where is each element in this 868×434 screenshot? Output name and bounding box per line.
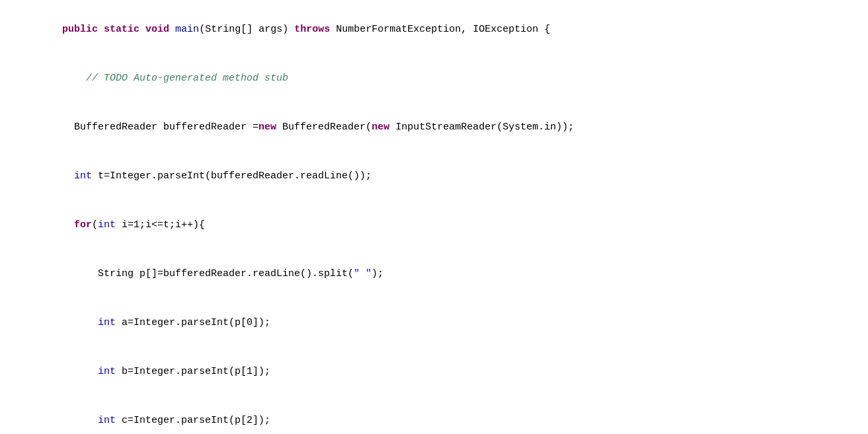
line-content-1: public static void main(String[] args) t… (26, 6, 868, 54)
line-content-4: int t=Integer.parseInt(bufferedReader.re… (26, 153, 868, 200)
code-line-6: String p[]=bufferedReader.readLine().spl… (0, 250, 868, 299)
code-line-2: // TODO Auto-generated method stub (0, 54, 868, 103)
code-line-3: BufferedReader bufferedReader =new Buffe… (0, 103, 868, 152)
line-content-2: // TODO Auto-generated method stub (26, 55, 868, 102)
line-content-3: BufferedReader bufferedReader =new Buffe… (26, 104, 868, 151)
code-line-4: int t=Integer.parseInt(bufferedReader.re… (0, 152, 868, 201)
code-line-7: int a=Integer.parseInt(p[0]); (0, 299, 868, 347)
code-line-5: for(int i=1;i<=t;i++){ (0, 201, 868, 250)
code-line-9: int c=Integer.parseInt(p[2]); (0, 396, 868, 434)
code-line-8: int b=Integer.parseInt(p[1]); (0, 347, 868, 396)
code-editor: public static void main(String[] args) t… (0, 0, 868, 434)
code-line-1: public static void main(String[] args) t… (0, 5, 868, 54)
line-content-6: String p[]=bufferedReader.readLine().spl… (26, 250, 868, 298)
line-content-9: int c=Integer.parseInt(p[2]); (26, 397, 868, 434)
line-content-5: for(int i=1;i<=t;i++){ (26, 201, 868, 249)
line-content-8: int b=Integer.parseInt(p[1]); (26, 348, 868, 396)
line-content-7: int a=Integer.parseInt(p[0]); (26, 299, 868, 347)
